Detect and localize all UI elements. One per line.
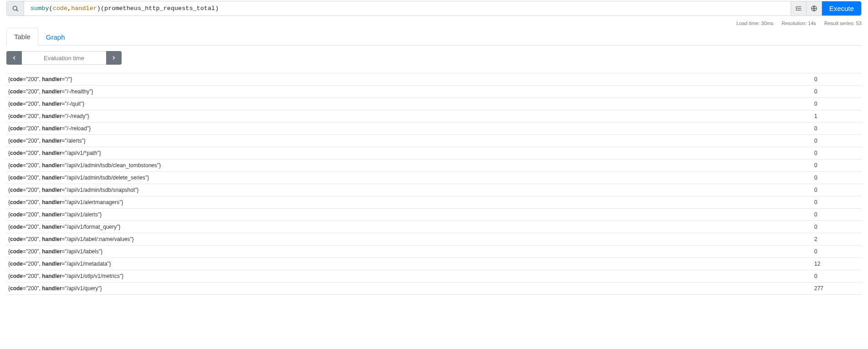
- view-tabs: Table Graph: [6, 28, 862, 46]
- series-label: {code="200", handler="/api/v1/alerts"}: [8, 211, 814, 218]
- series-value: 0: [814, 76, 860, 82]
- stat-result-series: Result series: 53: [824, 21, 862, 26]
- table-row[interactable]: {code="200", handler="/api/v1/label/:nam…: [6, 233, 862, 246]
- chevron-left-icon: [11, 55, 17, 61]
- eval-time-next-button[interactable]: [106, 51, 122, 65]
- series-value: 0: [814, 187, 860, 193]
- table-row[interactable]: {code="200", handler="/api/v1/format_que…: [6, 221, 862, 233]
- table-row[interactable]: {code="200", handler="/api/v1/otlp/v1/me…: [6, 270, 862, 282]
- series-value: 0: [814, 162, 860, 169]
- format-query-button[interactable]: [791, 1, 806, 15]
- series-label: {code="200", handler="/api/v1/*path"}: [8, 150, 814, 156]
- metrics-explorer-button[interactable]: [7, 1, 24, 15]
- query-input[interactable]: sum by (code,handler) (prometheus_http_r…: [24, 1, 791, 15]
- svg-line-1: [16, 10, 18, 11]
- query-stats: Load time: 30ms Resolution: 14s Result s…: [6, 21, 862, 26]
- series-label: {code="200", handler="/-/reload"}: [8, 125, 814, 132]
- query-token: ): [215, 5, 219, 12]
- query-token: ,: [67, 5, 71, 12]
- query-history-button[interactable]: [806, 1, 822, 15]
- table-row[interactable]: {code="200", handler="/-/healthy"}0: [6, 86, 862, 98]
- query-token: code: [53, 5, 67, 12]
- series-label: {code="200", handler="/api/v1/labels"}: [8, 248, 814, 255]
- series-value: 12: [814, 261, 860, 267]
- table-row[interactable]: {code="200", handler="/api/v1/labels"}0: [6, 246, 862, 258]
- tab-graph[interactable]: Graph: [38, 28, 73, 46]
- series-value: 2: [814, 236, 860, 242]
- series-label: {code="200", handler="/"}: [8, 76, 814, 82]
- series-value: 0: [814, 101, 860, 107]
- query-token: sum: [31, 5, 41, 12]
- series-value: 0: [814, 125, 860, 132]
- table-row[interactable]: {code="200", handler="/alerts"}0: [6, 135, 862, 147]
- chevron-right-icon: [111, 55, 117, 61]
- series-value: 0: [814, 138, 860, 144]
- query-bar: sum by (code,handler) (prometheus_http_r…: [6, 1, 862, 16]
- tab-table[interactable]: Table: [6, 28, 38, 46]
- series-label: {code="200", handler="/api/v1/admin/tsdb…: [8, 174, 814, 181]
- query-token: ): [97, 5, 101, 12]
- series-label: {code="200", handler="/api/v1/format_que…: [8, 224, 814, 230]
- series-value: 0: [814, 248, 860, 255]
- series-label: {code="200", handler="/-/healthy"}: [8, 88, 814, 95]
- series-value: 0: [814, 174, 860, 181]
- query-token: prometheus_http_requests_total: [104, 5, 215, 12]
- series-label: {code="200", handler="/-/quit"}: [8, 101, 814, 107]
- series-label: {code="200", handler="/api/v1/label/:nam…: [8, 236, 814, 242]
- series-label: {code="200", handler="/-/ready"}: [8, 113, 814, 119]
- series-label: {code="200", handler="/api/v1/admin/tsdb…: [8, 162, 814, 169]
- series-value: 0: [814, 88, 860, 95]
- results-table: {code="200", handler="/"}0{code="200", h…: [6, 73, 862, 295]
- indent-icon: [795, 5, 802, 12]
- series-value: 0: [814, 211, 860, 218]
- execute-button[interactable]: Execute: [822, 1, 861, 15]
- query-token: handler: [71, 5, 97, 12]
- series-label: {code="200", handler="/api/v1/otlp/v1/me…: [8, 273, 814, 279]
- query-token: by: [41, 5, 49, 12]
- series-label: {code="200", handler="/api/v1/admin/tsdb…: [8, 187, 814, 193]
- evaluation-time-input[interactable]: [22, 51, 106, 65]
- query-token: (: [49, 5, 53, 12]
- series-value: 1: [814, 113, 860, 119]
- stat-resolution: Resolution: 14s: [781, 21, 816, 26]
- table-row[interactable]: {code="200", handler="/"}0: [6, 73, 862, 86]
- series-value: 0: [814, 199, 860, 205]
- series-value: 277: [814, 285, 860, 292]
- series-label: {code="200", handler="/api/v1/query"}: [8, 285, 814, 292]
- stat-load-time: Load time: 30ms: [736, 21, 773, 26]
- table-row[interactable]: {code="200", handler="/-/quit"}0: [6, 98, 862, 110]
- table-row[interactable]: {code="200", handler="/-/reload"}0: [6, 123, 862, 135]
- table-row[interactable]: {code="200", handler="/api/v1/metadata"}…: [6, 258, 862, 270]
- series-value: 0: [814, 224, 860, 230]
- table-row[interactable]: {code="200", handler="/-/ready"}1: [6, 110, 862, 123]
- series-label: {code="200", handler="/api/v1/alertmanag…: [8, 199, 814, 205]
- series-value: 0: [814, 150, 860, 156]
- table-row[interactable]: {code="200", handler="/api/v1/alertmanag…: [6, 196, 862, 209]
- series-label: {code="200", handler="/api/v1/metadata"}: [8, 261, 814, 267]
- table-row[interactable]: {code="200", handler="/api/v1/alerts"}0: [6, 209, 862, 221]
- table-row[interactable]: {code="200", handler="/api/v1/admin/tsdb…: [6, 184, 862, 196]
- query-token: (: [101, 5, 104, 12]
- table-row[interactable]: {code="200", handler="/api/v1/admin/tsdb…: [6, 172, 862, 184]
- evaluation-time-selector: [6, 51, 862, 65]
- search-icon: [12, 5, 19, 12]
- globe-icon: [811, 5, 817, 12]
- table-row[interactable]: {code="200", handler="/api/v1/query"}277: [6, 282, 862, 295]
- series-value: 0: [814, 273, 860, 279]
- table-row[interactable]: {code="200", handler="/api/v1/admin/tsdb…: [6, 159, 862, 172]
- eval-time-prev-button[interactable]: [6, 51, 22, 65]
- series-label: {code="200", handler="/alerts"}: [8, 138, 814, 144]
- table-row[interactable]: {code="200", handler="/api/v1/*path"}0: [6, 147, 862, 159]
